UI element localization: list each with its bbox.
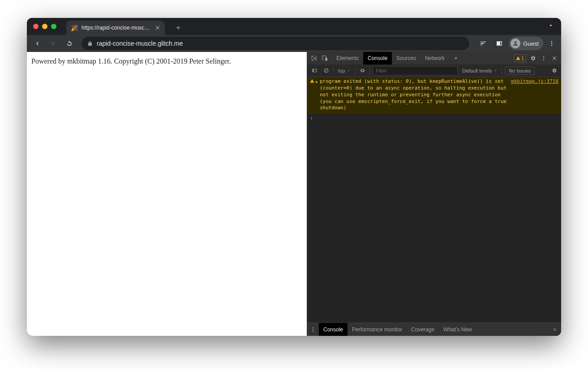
inspect-element-icon[interactable]	[310, 54, 318, 62]
traffic-lights	[33, 24, 56, 29]
filter-input[interactable]	[373, 66, 458, 75]
clear-console-icon[interactable]	[322, 66, 330, 75]
svg-point-4	[543, 58, 544, 59]
toolbar-right: Guest	[476, 37, 558, 50]
drawer-menu-icon[interactable]	[307, 323, 319, 336]
prompt-caret-icon: ›	[310, 115, 316, 121]
drawer-tab-coverage[interactable]: Coverage	[407, 323, 439, 336]
svg-point-0	[551, 41, 552, 42]
browser-tab[interactable]: 🎉 https://rapid-concise-muscle.g ✕	[66, 21, 165, 35]
titlebar: 🎉 https://rapid-concise-muscle.g ✕ ＋	[27, 18, 561, 35]
devtools-settings-icon[interactable]	[529, 54, 537, 62]
console-sidebar-toggle-icon[interactable]	[310, 66, 319, 75]
expand-log-icon[interactable]: ▸	[315, 78, 320, 85]
live-expression-icon[interactable]	[358, 66, 367, 75]
tab-elements[interactable]: Elements	[332, 52, 363, 64]
console-log-area[interactable]: ▸ program exited (with status: 0), but k…	[307, 77, 561, 322]
console-toolbar: top Default levels No Issues	[307, 64, 561, 77]
content-area: Powered by mkbitmap 1.16. Copyright (C) …	[27, 52, 561, 336]
more-tabs-button[interactable]	[449, 52, 463, 64]
tab-sources[interactable]: Sources	[392, 52, 421, 64]
address-bar[interactable]: rapid-concise-muscle.glitch.me	[82, 37, 469, 50]
svg-point-9	[313, 330, 313, 331]
svg-point-5	[543, 60, 544, 60]
console-log-row: ▸ program exited (with status: 0), but k…	[307, 77, 561, 113]
svg-point-2	[551, 45, 552, 46]
log-source-link[interactable]: mkbitmap.js:3718	[511, 78, 558, 84]
window-close-button[interactable]	[33, 24, 39, 29]
devtools-tabbar: Elements Console Sources Network 1	[307, 52, 561, 64]
svg-point-8	[313, 329, 313, 330]
devtools-drawer: Console Performance monitor Coverage Wha…	[307, 322, 561, 336]
log-message: program exited (with status: 0), but kee…	[320, 78, 511, 112]
profile-button[interactable]: Guest	[509, 37, 543, 50]
tab-favicon-icon: 🎉	[71, 25, 78, 31]
window-zoom-button[interactable]	[51, 24, 56, 29]
page-viewport[interactable]: Powered by mkbitmap 1.16. Copyright (C) …	[27, 52, 307, 336]
drawer-tab-whats-new[interactable]: What's New	[439, 323, 476, 336]
profile-label: Guest	[523, 40, 539, 47]
guest-avatar-icon	[511, 39, 520, 48]
svg-point-1	[551, 43, 552, 44]
console-prompt[interactable]: ›	[307, 113, 561, 123]
lock-icon	[87, 40, 93, 47]
new-tab-button[interactable]: ＋	[172, 21, 185, 34]
svg-point-3	[543, 56, 544, 57]
toolbar: rapid-concise-muscle.glitch.me Guest	[27, 35, 561, 52]
warning-count-chip[interactable]: 1	[514, 54, 526, 62]
log-levels-label: Default levels	[462, 68, 492, 73]
tab-close-button[interactable]: ✕	[154, 24, 161, 32]
nav-back-button[interactable]	[30, 37, 44, 50]
tab-title: https://rapid-concise-muscle.g	[82, 25, 150, 31]
console-settings-icon[interactable]	[549, 66, 558, 75]
device-toolbar-icon[interactable]	[321, 54, 329, 62]
tab-network[interactable]: Network	[421, 52, 449, 64]
nav-forward-button[interactable]	[47, 37, 60, 50]
issues-button[interactable]: No Issues	[505, 66, 535, 75]
page-body-text: Powered by mkbitmap 1.16. Copyright (C) …	[31, 57, 302, 65]
drawer-tab-performance-monitor[interactable]: Performance monitor	[348, 323, 407, 336]
context-label: top	[338, 68, 345, 73]
browser-window: 🎉 https://rapid-concise-muscle.g ✕ ＋ rap…	[27, 18, 561, 336]
tab-console[interactable]: Console	[363, 52, 392, 64]
log-levels-dropdown[interactable]: Default levels	[460, 68, 499, 73]
chrome-menu-button[interactable]	[546, 40, 558, 47]
side-panel-icon[interactable]	[493, 37, 506, 50]
warning-triangle-icon	[309, 78, 315, 83]
devtools-close-icon[interactable]	[550, 54, 558, 62]
url-text: rapid-concise-muscle.glitch.me	[97, 40, 183, 47]
context-selector[interactable]: top	[336, 68, 352, 73]
drawer-close-icon[interactable]	[552, 323, 561, 336]
media-control-icon[interactable]	[476, 37, 490, 50]
window-minimize-button[interactable]	[42, 24, 47, 29]
devtools-panel: Elements Console Sources Network 1	[307, 52, 561, 336]
warning-count: 1	[521, 56, 524, 61]
warning-icon	[516, 56, 520, 60]
tab-search-button[interactable]	[548, 22, 554, 30]
drawer-tab-console[interactable]: Console	[319, 323, 348, 336]
devtools-menu-icon[interactable]	[540, 54, 548, 62]
nav-reload-button[interactable]	[63, 37, 76, 50]
svg-point-7	[313, 327, 313, 328]
